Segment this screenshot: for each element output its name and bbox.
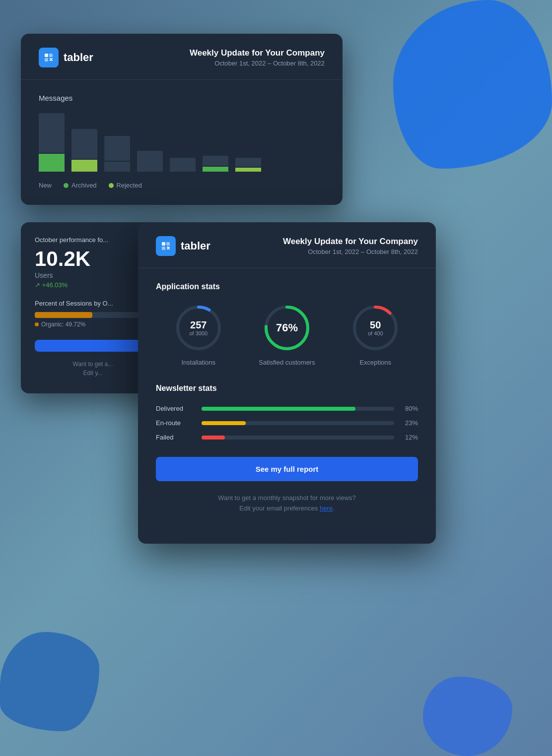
app-stats-section: 257 of 3000 Installations 76% — [156, 303, 418, 366]
footer-period: . — [333, 504, 335, 512]
bar-lime-2 — [71, 160, 97, 172]
nl-delivered-bar-wrap — [202, 407, 394, 411]
card-footer: Want to get a monthly snapshot for more … — [156, 493, 418, 530]
bar-group-1 — [39, 113, 65, 172]
users-change: ↗ +46.03% — [35, 281, 151, 289]
circle-satisfied: 76% — [262, 303, 312, 353]
legend-archived-dot — [64, 183, 69, 188]
nl-delivered-bar — [202, 407, 355, 411]
bar-gray-5 — [170, 158, 196, 172]
footer-text2: Edit your email preferences — [239, 504, 320, 512]
newsletter-stats-section: Newsletter stats Delivered 80% En-route … — [156, 384, 418, 441]
svg-rect-2 — [45, 58, 48, 62]
tabler-logo-icon — [39, 48, 59, 67]
nl-enroute-pct: 23% — [400, 419, 418, 427]
nl-enroute-label: En-route — [156, 419, 196, 427]
bar-gray-2 — [71, 129, 97, 159]
svg-rect-1 — [49, 54, 53, 57]
card-back-main-title: Weekly Update for Your Company — [190, 48, 325, 58]
legend-rejected-dot — [109, 183, 114, 188]
chart-legend: New Archived Rejected — [39, 182, 325, 189]
sessions-progress-bar — [35, 312, 151, 318]
bar-gray-4 — [137, 151, 163, 172]
bar-group-3 — [104, 136, 130, 172]
card-back-body: Messages — [21, 80, 343, 205]
newsletter-row-enroute: En-route 23% — [156, 419, 418, 427]
svg-rect-3 — [162, 242, 165, 246]
installations-sub: of 3000 — [189, 330, 207, 336]
card-front-title-area: Weekly Update for Your Company October 1… — [283, 237, 418, 255]
card-back: tabler Weekly Update for Your Company Oc… — [21, 34, 343, 205]
organic-dot — [35, 322, 39, 326]
svg-rect-4 — [166, 242, 170, 246]
bar-gray-3 — [104, 136, 130, 161]
stat-exceptions: 50 of 400 Exceptions — [350, 303, 400, 366]
exceptions-label: Exceptions — [359, 359, 391, 366]
stat-installations: 257 of 3000 Installations — [174, 303, 223, 366]
footer-link[interactable]: here — [320, 504, 333, 512]
users-count: 10.2K — [35, 249, 151, 269]
bar-gray-6 — [203, 156, 228, 166]
blob-bottom-right — [423, 677, 512, 756]
exceptions-value: 50 — [368, 319, 383, 330]
card-front-body: Application stats 257 of 3000 Installati… — [138, 268, 436, 544]
bar-empty-3 — [104, 162, 130, 172]
legend-rejected: Rejected — [109, 182, 142, 189]
bar-gray-1 — [39, 113, 65, 153]
nl-failed-pct: 12% — [400, 434, 418, 441]
nl-failed-bar — [202, 436, 225, 440]
bar-group-2 — [71, 129, 97, 172]
bar-green-1 — [39, 154, 65, 172]
card-back-title-area: Weekly Update for Your Company October 1… — [190, 48, 325, 67]
card-front-header: tabler Weekly Update for Your Company Oc… — [138, 222, 436, 268]
blob-top-right — [393, 0, 552, 169]
sessions-label: Percent of Sessions by O... — [35, 300, 151, 307]
circle-installations: 257 of 3000 — [174, 303, 223, 353]
stat-satisfied: 76% Satisfied customers — [259, 303, 315, 366]
nl-failed-bar-wrap — [202, 436, 394, 440]
bar-gray-7 — [235, 158, 261, 167]
card-back-subtitle: October 1st, 2022 – October 8th, 2022 — [190, 60, 325, 67]
perf-label: October performance fo... — [35, 236, 151, 244]
logo-area: tabler — [39, 48, 93, 67]
card-front-main-title: Weekly Update for Your Company — [283, 237, 418, 247]
legend-new-label: New — [39, 182, 52, 189]
bar-group-7 — [235, 158, 261, 172]
bar-group-4 — [137, 151, 163, 172]
card-front-logo-area: tabler — [156, 236, 210, 256]
installations-label: Installations — [181, 359, 215, 366]
legend-rejected-label: Rejected — [117, 182, 142, 189]
bar-chart — [39, 112, 325, 172]
legend-new: New — [39, 182, 52, 189]
newsletter-row-failed: Failed 12% — [156, 434, 418, 441]
newsletter-row-delivered: Delivered 80% — [156, 405, 418, 412]
bar-group-6 — [203, 156, 228, 172]
users-label: Users — [35, 271, 151, 279]
legend-archived-label: Archived — [71, 182, 97, 189]
nl-failed-label: Failed — [156, 434, 196, 441]
footer-text1: Want to get a monthly snapshot for more … — [218, 494, 356, 502]
nl-enroute-bar — [202, 421, 246, 425]
svg-rect-0 — [45, 54, 48, 57]
bar-lime-7 — [235, 168, 261, 172]
newsletter-title: Newsletter stats — [156, 384, 418, 393]
circle-exceptions: 50 of 400 — [350, 303, 400, 353]
logo-text-back: tabler — [64, 51, 93, 64]
app-stats-title: Application stats — [156, 282, 418, 291]
nl-delivered-pct: 80% — [400, 405, 418, 412]
exceptions-sub: of 400 — [368, 330, 383, 336]
bar-group-5 — [170, 158, 196, 172]
sessions-progress-fill — [35, 312, 92, 318]
logo-text-front: tabler — [181, 240, 210, 252]
see-full-report-button[interactable]: See my full report — [156, 457, 418, 481]
messages-label: Messages — [39, 94, 325, 102]
satisfied-value: 76% — [276, 321, 298, 334]
card-front: tabler Weekly Update for Your Company Oc… — [138, 222, 436, 544]
footer-text-small: Want to get a... Edit y... — [35, 360, 151, 378]
cta-button-small[interactable] — [35, 340, 151, 352]
svg-rect-5 — [162, 247, 165, 250]
satisfied-label: Satisfied customers — [259, 359, 315, 366]
nl-enroute-bar-wrap — [202, 421, 394, 425]
card-front-subtitle: October 1st, 2022 – October 8th, 2022 — [283, 248, 418, 255]
card-back-header: tabler Weekly Update for Your Company Oc… — [21, 34, 343, 80]
